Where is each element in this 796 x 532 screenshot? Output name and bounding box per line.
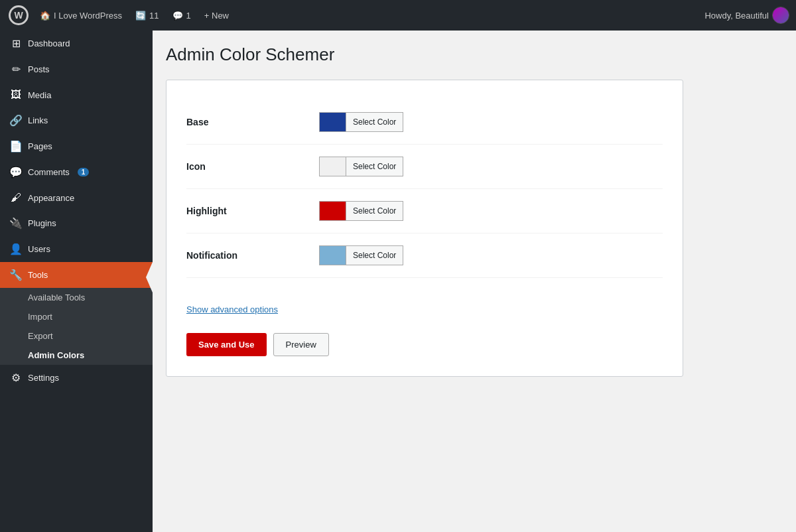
comments-menu-icon: 💬 [9,166,23,178]
sidebar-item-posts-label: Posts [28,64,50,74]
adminbar-comments[interactable]: 💬 1 [166,0,198,31]
adminbar-new[interactable]: + New [198,0,235,31]
sidebar-item-users[interactable]: 👤 Users [0,236,153,262]
sidebar-item-posts[interactable]: ✏ Posts [0,56,153,82]
avatar-image [773,7,789,23]
comments-count: 1 [186,11,191,21]
page-title: Admin Color Schemer [166,44,783,66]
updates-count: 11 [149,11,159,21]
icon-swatch[interactable] [319,157,346,176]
admin-bar: W 🏠 I Love WordPress 🔄 11 💬 1 + New Howd… [0,0,796,31]
admin-colors-label: Admin Colors [28,350,84,360]
highlight-color-picker: Select Color [319,201,403,221]
dashboard-icon: ⊞ [9,37,23,50]
submenu-available-tools[interactable]: Available Tools [0,288,153,307]
main-content: Admin Color Schemer Base Select Color Ic… [153,31,796,532]
base-swatch[interactable] [319,112,346,132]
main-layout: ⊞ Dashboard ✏ Posts 🖼 Media 🔗 Links 📄 Pa… [0,31,796,532]
color-row-icon: Icon Select Color [186,145,663,189]
sidebar-item-media-label: Media [28,90,51,100]
advanced-options-link[interactable]: Show advanced options [186,304,278,314]
sidebar-item-settings[interactable]: ⚙ Settings [0,365,153,391]
icon-select-color-btn[interactable]: Select Color [346,157,403,176]
notification-select-color-btn[interactable]: Select Color [346,245,403,265]
base-label: Base [186,117,319,127]
highlight-swatch[interactable] [319,201,346,221]
sidebar-item-plugins[interactable]: 🔌 Plugins [0,210,153,236]
adminbar-site-name[interactable]: 🏠 I Love WordPress [33,0,129,31]
color-schemer-box: Base Select Color Icon Select Color [166,80,683,377]
submenu-export[interactable]: Export [0,326,153,346]
sidebar: ⊞ Dashboard ✏ Posts 🖼 Media 🔗 Links 📄 Pa… [0,31,153,532]
adminbar-items: 🏠 I Love WordPress 🔄 11 💬 1 + New [33,0,704,31]
adminbar-right: Howdy, Beautiful [704,7,789,24]
export-label: Export [28,331,53,341]
icon-label: Icon [186,161,319,172]
sidebar-item-appearance[interactable]: 🖌 Appearance [0,185,153,210]
base-color-picker: Select Color [319,112,403,132]
wp-logo-circle: W [9,5,29,25]
advanced-options-section: Show advanced options [186,291,663,330]
preview-button[interactable]: Preview [273,333,329,356]
notification-label: Notification [186,250,319,261]
sidebar-item-pages-label: Pages [28,141,52,151]
import-label: Import [28,312,52,322]
sidebar-item-plugins-label: Plugins [28,218,56,228]
submenu-import[interactable]: Import [0,307,153,326]
links-icon: 🔗 [9,114,23,127]
pages-icon: 📄 [9,140,23,153]
color-row-notification: Notification Select Color [186,233,663,278]
settings-icon: ⚙ [9,371,23,384]
tools-submenu: Available Tools Import Export Admin Colo… [0,288,153,365]
sidebar-item-media[interactable]: 🖼 Media [0,82,153,107]
highlight-label: Highlight [186,206,319,216]
plugins-icon: 🔌 [9,217,23,230]
available-tools-label: Available Tools [28,293,85,302]
sidebar-item-settings-label: Settings [28,373,59,383]
content-wrap: Admin Color Schemer Base Select Color Ic… [166,44,783,377]
color-row-highlight: Highlight Select Color [186,189,663,233]
new-label: + New [204,11,229,21]
posts-icon: ✏ [9,63,23,76]
icon-color-picker: Select Color [319,157,403,176]
submenu-admin-colors[interactable]: Admin Colors [0,346,153,365]
site-name-label: I Love WordPress [54,11,122,21]
sidebar-item-links-label: Links [28,115,48,125]
base-select-color-btn[interactable]: Select Color [346,112,403,132]
color-row-base: Base Select Color [186,100,663,145]
home-icon: 🏠 [40,11,50,21]
media-icon: 🖼 [9,89,23,101]
tools-icon: 🔧 [9,269,23,281]
notification-color-picker: Select Color [319,245,403,265]
highlight-select-color-btn[interactable]: Select Color [346,201,403,221]
sidebar-item-comments[interactable]: 💬 Comments 1 [0,159,153,185]
sidebar-item-dashboard[interactable]: ⊞ Dashboard [0,31,153,56]
sidebar-item-tools-label: Tools [28,270,48,280]
wp-logo[interactable]: W [7,0,31,31]
avatar[interactable] [772,7,789,24]
comments-icon: 💬 [172,11,183,21]
save-and-use-button[interactable]: Save and Use [186,333,267,356]
sidebar-item-users-label: Users [28,244,50,254]
sidebar-item-appearance-label: Appearance [28,193,74,203]
howdy-text: Howdy, Beautiful [704,11,769,21]
adminbar-updates[interactable]: 🔄 11 [129,0,165,31]
sidebar-item-tools[interactable]: 🔧 Tools [0,262,153,288]
sidebar-item-links[interactable]: 🔗 Links [0,107,153,133]
sidebar-item-comments-label: Comments [28,167,70,177]
sidebar-item-dashboard-label: Dashboard [28,38,70,48]
sidebar-item-pages[interactable]: 📄 Pages [0,133,153,159]
notification-swatch[interactable] [319,245,346,265]
updates-icon: 🔄 [135,11,146,21]
appearance-icon: 🖌 [9,192,23,204]
tools-arrow [146,262,153,293]
action-buttons: Save and Use Preview [186,333,663,356]
users-icon: 👤 [9,243,23,255]
comments-badge: 1 [78,168,90,176]
